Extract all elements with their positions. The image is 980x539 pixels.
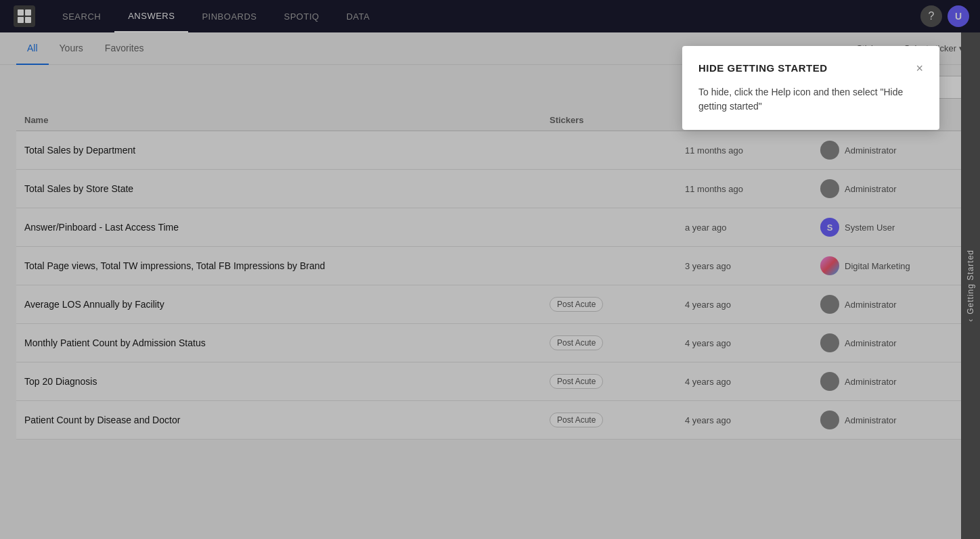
modal-title: HIDE GETTING STARTED [698, 62, 828, 74]
modal-close-button[interactable]: × [916, 62, 923, 74]
modal-header: HIDE GETTING STARTED × [698, 62, 923, 74]
hide-getting-started-modal: HIDE GETTING STARTED × To hide, click th… [682, 46, 939, 130]
modal-body: To hide, click the Help icon and then se… [698, 85, 923, 114]
